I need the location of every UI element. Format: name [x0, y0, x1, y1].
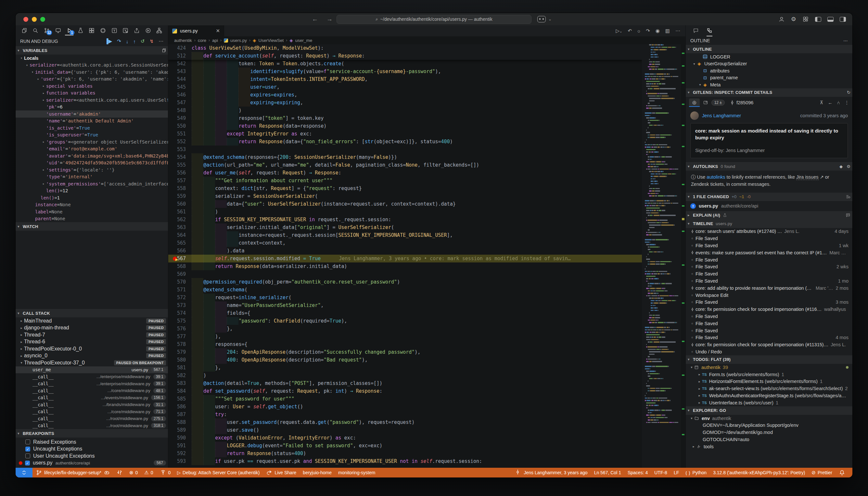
code-line[interactable]: 585 """Set password for user"""	[168, 395, 642, 403]
autolinks-section-header[interactable]: ▾AUTOLINKS 0 found ◆⚙	[686, 162, 852, 171]
callstack-frame[interactable]: __call__ .../core/middleware.py 48:1	[16, 387, 168, 394]
code-line[interactable]: 581 },	[168, 364, 642, 372]
timeline-item[interactable]: ○ File Saved	[686, 256, 852, 263]
back-icon[interactable]: ←	[828, 100, 833, 105]
code-line[interactable]: 578 responses={	[168, 340, 642, 348]
breadcrumb-item[interactable]: UserViewSet	[259, 38, 284, 43]
variable-row[interactable]: 'type' = 'internal'	[16, 173, 168, 181]
status-item[interactable]: Spaces: 4	[624, 470, 651, 475]
variable-row[interactable]: ▸'system_permissions' = ['access_admin_i…	[16, 180, 168, 187]
code-line[interactable]: 543 identifier=slugify(value=f"service-a…	[168, 67, 642, 75]
code-line[interactable]: 561 )	[168, 208, 642, 216]
customize-layout-icon[interactable]	[802, 16, 809, 22]
code-line[interactable]: 568 return Response(data=serializer.init…	[168, 262, 642, 270]
code-line[interactable]: 560 data={"user": UserSelfSerializer(ins…	[168, 200, 642, 208]
code-line[interactable]: 579 204: OpenApiResponse(description="Su…	[168, 348, 642, 356]
refresh-icon[interactable]: ↻	[847, 90, 851, 95]
callstack-frame[interactable]: __call__ .../core/middleware.py 71:1	[16, 408, 168, 416]
code-line[interactable]: ▶567 self.request.session.modified = Tru…	[168, 255, 642, 262]
layout-left-icon[interactable]	[815, 17, 821, 22]
activity-test-beaker-icon[interactable]	[76, 26, 85, 35]
outline-item[interactable]: ▾◈ UserGroupSerializer	[686, 60, 852, 67]
call-stack-section-header[interactable]: ▾CALL STACK	[16, 309, 168, 317]
step-into-icon[interactable]: ↓	[126, 38, 129, 44]
code-line[interactable]: 563 serializer.initial_data["original"] …	[168, 223, 642, 231]
breadcrumb-item[interactable]: core	[198, 38, 206, 43]
code-line[interactable]: 546 expires=expires,	[168, 91, 642, 99]
step-back-icon[interactable]: ↶	[628, 28, 632, 34]
activity-github-icon[interactable]	[99, 26, 107, 35]
activity-files-icon[interactable]	[20, 26, 29, 35]
variable-row[interactable]: 'uid' = '49d24724dfa590a20fb5961e9c6673c…	[16, 159, 168, 167]
timeline-item[interactable]: ○ File Saved	[686, 313, 852, 320]
code-line[interactable]: 564 instance=request._request.session[SE…	[168, 231, 642, 239]
history-forward-icon[interactable]: →	[326, 16, 332, 23]
more-icon[interactable]: ⋯	[843, 38, 848, 43]
sticky-scroll[interactable]: 424class UserViewSet(UsedByMixin, ModelV…	[168, 44, 642, 60]
thread-row[interactable]: ▸Thread-7 PAUSED	[16, 331, 168, 339]
explain-ai-section-header[interactable]: ▸EXPLAIN (AI)	[686, 211, 852, 220]
todo-file-row[interactable]: ▸TS ak-search-select-view.ts (web/src/el…	[686, 385, 852, 392]
code-line[interactable]: 562 if SESSION_KEY_IMPERSONATE_USER in r…	[168, 216, 642, 223]
layout-right-icon[interactable]	[840, 17, 846, 22]
continue-icon[interactable]: ▐▶	[105, 38, 112, 44]
timeline-item[interactable]: core: fix permission check for scoped im…	[686, 341, 852, 348]
status-item[interactable]: beryjuio-home	[299, 470, 335, 475]
code-line[interactable]: 589 user.save()	[168, 426, 642, 434]
outline-tab-icon[interactable]	[707, 25, 712, 36]
code-line[interactable]: 571 @extend_schema(	[168, 286, 642, 294]
restart-icon[interactable]: ↺	[141, 38, 145, 44]
code-line[interactable]: 549 response["token"] = token.key	[168, 114, 642, 122]
thread-row[interactable]: ▸django-main-thread PAUSED	[16, 325, 168, 332]
status-item[interactable]: ▷ Debug: Attach Server Core (authentik)	[174, 470, 263, 475]
timeline-item[interactable]: ○ File Saved 2 wks	[686, 263, 852, 270]
outline-section-header[interactable]: ▾OUTLINE	[686, 45, 852, 53]
variable-row[interactable]: ▸function variables	[16, 90, 168, 97]
status-item[interactable]: ⊗ 0	[126, 470, 141, 476]
activity-container-icon[interactable]	[110, 26, 119, 35]
close-window-button[interactable]	[24, 17, 28, 22]
callstack-frame[interactable]: __call__ .../root/middleware.py 275:1	[16, 415, 168, 422]
timeline-item[interactable]: ○ File Saved	[686, 235, 852, 242]
chevron-down-icon[interactable]: ⌄	[548, 17, 552, 21]
disconnect-icon[interactable]: ↯	[150, 38, 154, 44]
timeline-item[interactable]: ○ Undo / Redo	[686, 348, 852, 355]
status-item[interactable]: 0	[157, 469, 174, 476]
comments-tab-icon[interactable]	[693, 25, 699, 36]
variable-row[interactable]: 'email' = 'root@example.com'	[16, 145, 168, 153]
feedback-icon[interactable]	[846, 213, 851, 218]
code-line[interactable]: 569	[168, 270, 642, 278]
callstack-frame[interactable]: __call__ .../enterprise/middleware.py 39…	[16, 373, 168, 381]
status-item[interactable]: lifecycle/fix-debugger-setup*	[32, 469, 113, 476]
activity-source-control-icon[interactable]: 12	[43, 26, 51, 35]
code-line[interactable]: 591 LOGGER.debug(event="Failed to set pa…	[168, 442, 642, 450]
code-line[interactable]: 424class UserViewSet(UsedByMixin, ModelV…	[168, 44, 642, 52]
variable-row[interactable]: len() = 12	[16, 187, 168, 195]
history-back-icon[interactable]: ←	[312, 16, 318, 23]
activity-org-chart-icon[interactable]	[155, 26, 164, 35]
variable-row[interactable]: label = None	[16, 208, 168, 215]
copy-icon[interactable]	[161, 48, 166, 52]
timeline-item[interactable]: events: make sure password set event has…	[686, 249, 852, 256]
watch-section-header[interactable]: ▾WATCH	[16, 222, 168, 231]
code-line[interactable]: 587 try:	[168, 410, 642, 418]
code-line[interactable]: 548 )	[168, 107, 642, 114]
variable-row[interactable]: ▸'groups' = <generator object UserSelfSe…	[16, 138, 168, 145]
code-line[interactable]: 512 def service_account(self, request: R…	[168, 52, 642, 60]
code-line[interactable]: 542 token: Token = Token.objects.create(	[168, 60, 642, 67]
thread-row[interactable]: ▸Thread-6 PAUSED	[16, 339, 168, 346]
activity-share-icon[interactable]	[133, 26, 141, 35]
code-line[interactable]: 574 fields={	[168, 309, 642, 317]
kebab-menu-icon[interactable]: ⋮	[844, 100, 850, 105]
more-icon[interactable]: ⋯	[158, 38, 164, 44]
status-item[interactable]	[836, 469, 849, 476]
gitlens-inspect-icon[interactable]: ◎	[689, 98, 700, 107]
breakpoints-section-header[interactable]: ▾BREAKPOINTS	[16, 429, 168, 437]
command-center[interactable]: ⌕ ~/dev/authentik/authentik/core/api/use…	[337, 15, 531, 24]
thread-row[interactable]: ▸ThreadPoolExecutor-0_0 PAUSED	[16, 345, 168, 353]
timeline-item[interactable]: ○ File Saved	[686, 270, 852, 277]
variable-row[interactable]: ▾serializer = <authentik.core.api.users.…	[16, 62, 168, 69]
breadcrumb[interactable]: authentik›core›api›users.py›◈UserViewSet…	[168, 36, 685, 44]
code-line[interactable]: 577 ),	[168, 332, 642, 340]
code-line[interactable]: 553	[168, 145, 642, 153]
